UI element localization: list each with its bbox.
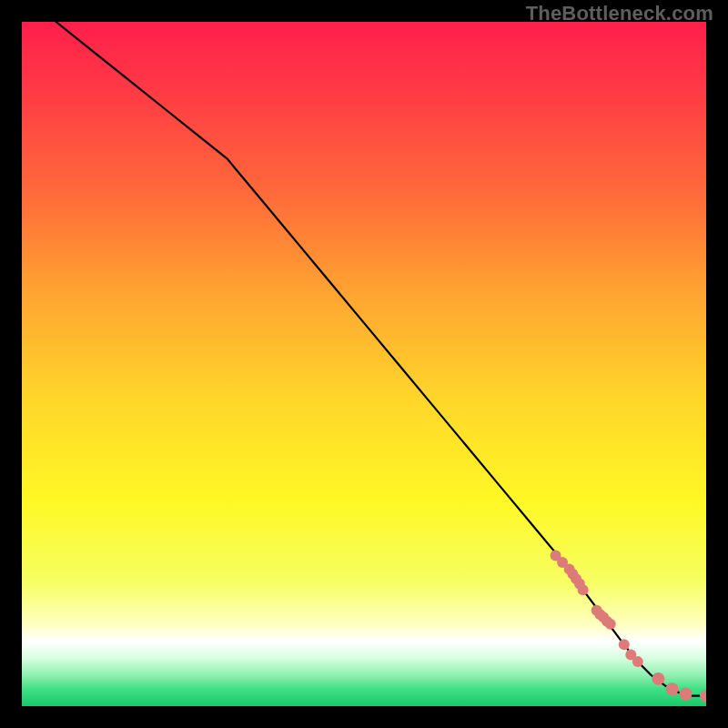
marker-point: [578, 584, 589, 595]
marker-point: [652, 672, 664, 685]
chart-background-gradient: [22, 22, 706, 706]
marker-point: [605, 619, 616, 630]
chart-plot-area: [22, 22, 706, 706]
marker-point: [619, 639, 630, 650]
marker-point: [679, 687, 692, 700]
marker-point: [632, 656, 643, 667]
chart-frame: TheBottleneck.com: [0, 0, 728, 728]
chart-svg: [22, 22, 706, 706]
marker-point: [665, 682, 678, 695]
